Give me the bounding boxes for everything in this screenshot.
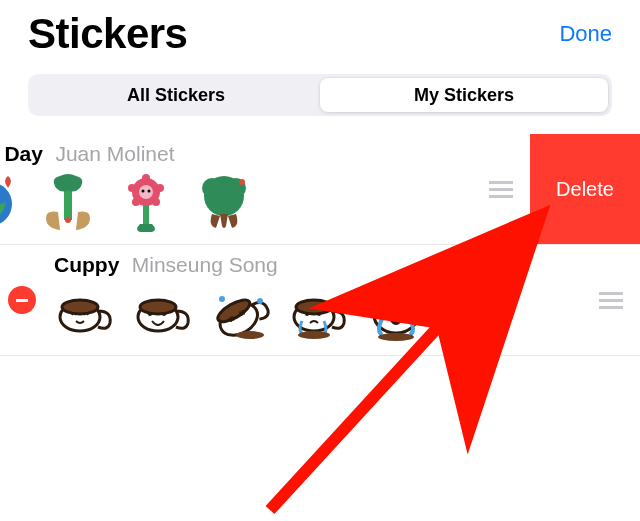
sticker-thumbnail [0,170,22,234]
svg-point-5 [65,217,71,223]
svg-point-17 [202,178,222,198]
svg-point-23 [140,300,176,314]
svg-point-37 [298,331,330,339]
sticker-pack-list: World Earth Day Juan Molinet [0,134,640,356]
svg-point-10 [148,190,151,193]
page-title: Stickers [28,10,187,58]
sticker-thumbnail [366,281,430,345]
pack-thumbnails [54,281,582,345]
pack-title: Cuppy [54,253,119,276]
sticker-pack-row-content[interactable]: World Earth Day Juan Molinet [0,134,530,244]
sticker-thumbnail [210,281,274,345]
svg-point-35 [305,312,309,316]
sticker-pack-row: Cuppy Minseung Song [0,245,640,356]
sticker-pack-row-content[interactable]: Cuppy Minseung Song [0,245,640,355]
sticker-thumbnail [36,170,100,234]
svg-point-19 [239,179,245,185]
svg-point-34 [296,300,332,314]
pack-author: Juan Molinet [55,142,174,165]
svg-point-14 [132,198,140,206]
sticker-thumbnail [192,170,256,234]
svg-point-31 [219,296,225,302]
svg-point-9 [142,190,145,193]
svg-rect-4 [64,190,72,220]
sticker-thumbnail [114,170,178,234]
pack-header: World Earth Day Juan Molinet [0,142,472,166]
svg-point-39 [378,333,414,341]
svg-point-21 [62,300,98,314]
pack-title: World Earth Day [0,142,43,165]
pack-author: Minseung Song [132,253,278,276]
tab-my-stickers[interactable]: My Stickers [320,78,608,112]
sticker-pack-row: World Earth Day Juan Molinet [0,134,640,245]
svg-point-11 [128,184,136,192]
sticker-thumbnail [54,281,118,345]
svg-point-8 [139,185,153,199]
reorder-handle-icon[interactable] [472,134,530,244]
done-button[interactable]: Done [559,21,612,47]
segmented-control: All Stickers My Stickers [28,74,612,116]
reorder-handle-icon[interactable] [582,245,640,355]
svg-point-30 [236,331,264,339]
sticker-thumbnail [132,281,196,345]
pack-header: Cuppy Minseung Song [54,253,582,277]
svg-point-12 [156,184,164,192]
svg-point-13 [142,174,150,182]
delete-button[interactable]: Delete [530,134,640,244]
remove-control [0,245,44,355]
remove-minus-icon[interactable] [8,286,36,314]
tab-all-stickers[interactable]: All Stickers [32,78,320,112]
sticker-thumbnail [288,281,352,345]
pack-thumbnails [0,170,472,234]
svg-point-15 [152,198,160,206]
svg-point-32 [257,298,263,304]
svg-point-36 [317,312,321,316]
